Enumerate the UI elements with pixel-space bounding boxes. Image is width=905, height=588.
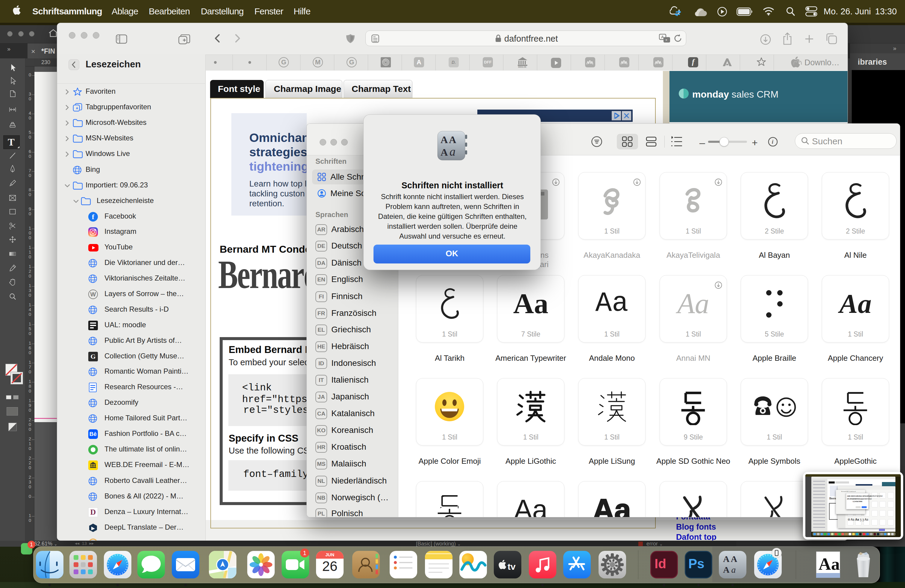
svg-text:WEB.DE: WEB.DE	[518, 66, 526, 68]
svg-text:i: i	[772, 139, 773, 145]
svg-text:A: A	[449, 134, 456, 145]
svg-text:A: A	[441, 147, 448, 158]
svg-text:A: A	[441, 134, 448, 145]
svg-text:a: a	[449, 145, 456, 158]
svg-text:×: ×	[665, 38, 667, 42]
